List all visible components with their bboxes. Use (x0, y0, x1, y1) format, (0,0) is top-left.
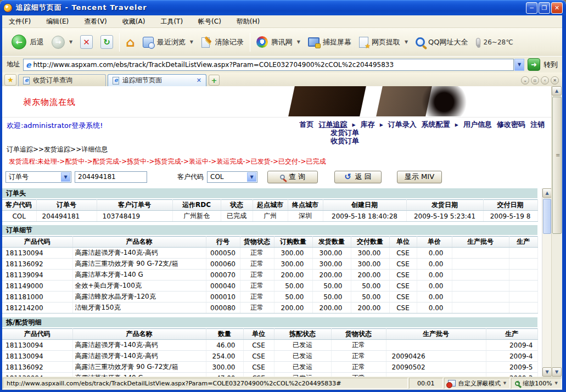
capture-screen-button[interactable]: 捕捉屏幕 (304, 31, 355, 53)
menu-item-5[interactable]: 帐号(C) (198, 17, 221, 26)
chevron-down-icon: ▼ (190, 40, 193, 44)
cell: 181136092 (2, 259, 72, 270)
cell: 254.00 (206, 351, 243, 362)
show-miv-button[interactable]: 显示 MIV (397, 171, 442, 183)
restore-panel-icon[interactable]: ▫ (531, 76, 539, 85)
maximize-button[interactable]: ❐ (539, 2, 550, 14)
scroll-down-icon[interactable]: ▼ (542, 367, 551, 377)
browser-scrollbar[interactable]: ▲ ▼ (551, 86, 562, 377)
nav-item-7[interactable]: 注销 (530, 120, 545, 130)
customer-code-select[interactable]: COL ▼ (207, 171, 257, 183)
order-field-select[interactable]: 订单号 ▼ (5, 171, 71, 183)
refresh-button[interactable]: ↻ (97, 31, 117, 53)
column-header: 运作RDC (172, 200, 221, 211)
address-dropdown-button[interactable]: ▼ (514, 59, 524, 71)
nav-item-5[interactable]: 用户信息 (463, 120, 492, 130)
cell: 2009-4 (486, 340, 537, 351)
home-button[interactable]: ⌂ (122, 31, 138, 53)
order-field-value: 订单号 (9, 172, 29, 182)
menu-item-1[interactable]: 编辑(E) (46, 17, 69, 26)
status-timer: 00:01 (409, 378, 443, 389)
cell: 高露洁草本牙膏-140 G (72, 270, 206, 281)
cell: 正常 (240, 259, 274, 270)
nav-item-2[interactable]: 库存 (361, 120, 375, 130)
close-button[interactable]: ✕ (551, 2, 563, 14)
nav-submenu-item-1[interactable]: 收货订单 (330, 137, 359, 145)
minimize-button[interactable]: ─ (526, 2, 537, 14)
clear-history-button[interactable]: 清除记录 (197, 31, 248, 53)
table-row[interactable]: 181136092高露洁三重功效牙膏 90 G-72支/箱300.00CSE已发… (2, 362, 537, 373)
cell (452, 259, 509, 270)
table-row[interactable]: 181136092高露洁三重功效牙膏 90 G-72支/箱000060正常300… (2, 259, 537, 270)
new-tab-button[interactable]: + (209, 75, 220, 86)
menu-item-3[interactable]: 收藏(A) (122, 17, 145, 26)
menu-item-0[interactable]: 文件(F) (9, 17, 31, 26)
table-header-row: 客户代码订单号客户订单号运作RDC状态起点城市终点城市创建日期发货日期交付日期 (2, 200, 537, 211)
table-row[interactable]: COL204494181103748419广州新仓已完成广州深圳2009-5-1… (2, 211, 537, 222)
nav-item-3[interactable]: 订单录入 (388, 120, 417, 130)
nav-item-0[interactable]: 首页 (300, 120, 314, 130)
order-number-input[interactable] (75, 171, 147, 183)
menu-item-4[interactable]: 工具(T) (160, 17, 183, 26)
cell (452, 281, 509, 292)
table-row[interactable]: 181181000高露洁蜂胶水晶牙膏-120克000010正常50.0050.0… (2, 292, 537, 303)
search-button[interactable]: 查 询 (267, 171, 318, 183)
column-header: 发货日期 (406, 200, 483, 211)
cell (509, 259, 537, 270)
back-button[interactable]: ← 后退 (8, 31, 48, 53)
go-button[interactable]: ➜ (528, 58, 540, 71)
menu-item-2[interactable]: 查看(V) (84, 17, 107, 26)
cell: 高露洁三重功效牙膏 90 G-72支/箱 (72, 259, 206, 270)
favorites-star-icon[interactable]: ★ (4, 74, 16, 86)
close-icon[interactable]: ✕ (197, 77, 201, 84)
tencent-site-button[interactable]: 腾讯网 ▼ (253, 31, 304, 53)
cell: 正常 (331, 362, 386, 373)
extract-label: 网页提取 (372, 37, 400, 47)
tab-1[interactable]: 追踪细节页面✕ (108, 74, 206, 86)
scroll-up-icon[interactable]: ▲ (542, 188, 551, 198)
scrollbar-thumb[interactable] (552, 97, 562, 234)
tab-0[interactable]: 收货订单查询 (18, 74, 106, 86)
nav-submenu: 发货订单收货订单 (330, 128, 359, 145)
address-input[interactable]: e http://www.aspxam.com/ebs/track/TrackD… (23, 59, 514, 71)
breadcrumb: 订单追踪>>发货追踪>>详细信息 (7, 145, 551, 155)
scroll-up-icon[interactable]: ▲ (552, 86, 562, 96)
cell (452, 292, 509, 303)
table-row[interactable]: 181130094高露洁超强牙膏-140克-高钙000050正常300.0030… (2, 248, 537, 259)
cell: CSE (243, 351, 274, 362)
table-row[interactable]: 181139094高露洁草本牙膏-140 G000070正常200.00200.… (2, 270, 537, 281)
table-row[interactable]: 181139094高露洁草本牙膏-140 G47.00CSE已发运正常2009-… (2, 373, 537, 377)
content-scrollbar[interactable]: ▲ ▼ (542, 188, 551, 377)
column-header: 发货数量 (312, 237, 351, 248)
scroll-down-icon[interactable]: ▼ (552, 367, 562, 377)
nav-item-4[interactable]: 系统配置 (422, 120, 450, 130)
qq-sites-button[interactable]: QQ网址大全 (412, 31, 472, 53)
nav-arrow-icon: ▶ (352, 122, 356, 127)
left-arrow-icon[interactable]: ‹ (541, 76, 549, 85)
recent-browse-button[interactable]: 最近浏览 ▼ (139, 31, 197, 53)
table-row[interactable]: 181130094高露洁超强牙膏-140克-高钙254.00CSE已发运正常20… (2, 351, 537, 362)
screen-capture-icon (308, 37, 320, 47)
nav-item-6[interactable]: 修改密码 (497, 120, 525, 130)
zoom-control[interactable]: 缩放100% ▼ (511, 378, 562, 389)
scrollbar-thumb[interactable] (543, 199, 551, 234)
table-row[interactable]: 181149000全效+美白牙膏-100克000040正常50.0050.005… (2, 281, 537, 292)
block-mode-button[interactable]: 自定义屏蔽模式 ▼ (444, 378, 510, 389)
column-header: 起点城市 (253, 200, 288, 211)
tab-label: 收货订单查询 (33, 76, 72, 85)
cell: 300.00 (351, 248, 389, 259)
close-icon[interactable]: ✕ (551, 76, 559, 85)
menu-item-6[interactable]: 帮助(H) (237, 17, 260, 26)
stop-button[interactable]: ✕ (76, 31, 97, 53)
weather-widget[interactable]: 26~28℃ (472, 31, 517, 53)
table-row[interactable]: 181214200洁银牙膏150克000080正常200.00200.00200… (2, 303, 537, 313)
table-row[interactable]: 181130094高露洁超强牙膏-140克-高钙46.00CSE已发运正常200… (2, 340, 537, 351)
return-button[interactable]: ↺ 返 回 (334, 171, 382, 183)
forward-button[interactable]: → ▼ (48, 31, 76, 53)
chevron-double-down-icon[interactable]: ⌄ (521, 76, 529, 85)
cell: 181214200 (2, 303, 72, 313)
page-extract-button[interactable]: 网页提取 ▼ (355, 31, 412, 53)
nav-submenu-item-0[interactable]: 发货订单 (330, 128, 359, 137)
return-arrow-icon: ↺ (344, 173, 351, 180)
search-icon (280, 175, 285, 180)
